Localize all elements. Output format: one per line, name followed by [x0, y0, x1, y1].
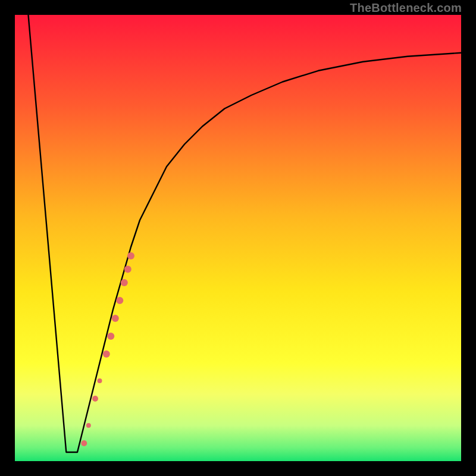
marker-dot	[121, 279, 128, 286]
gradient-background	[15, 15, 461, 461]
marker-dot	[103, 350, 110, 358]
plot-area	[15, 15, 461, 461]
watermark-text: TheBottleneck.com	[350, 1, 462, 15]
marker-dot	[112, 315, 119, 322]
marker-dot	[127, 252, 134, 259]
marker-dot	[124, 266, 131, 273]
marker-dot	[92, 396, 98, 402]
marker-dot	[81, 440, 87, 446]
marker-dot	[116, 297, 123, 304]
marker-dot	[86, 423, 91, 428]
chart-frame: TheBottleneck.com	[0, 0, 476, 476]
marker-dot	[107, 333, 114, 340]
chart-svg	[15, 15, 461, 461]
marker-dot	[98, 378, 102, 383]
